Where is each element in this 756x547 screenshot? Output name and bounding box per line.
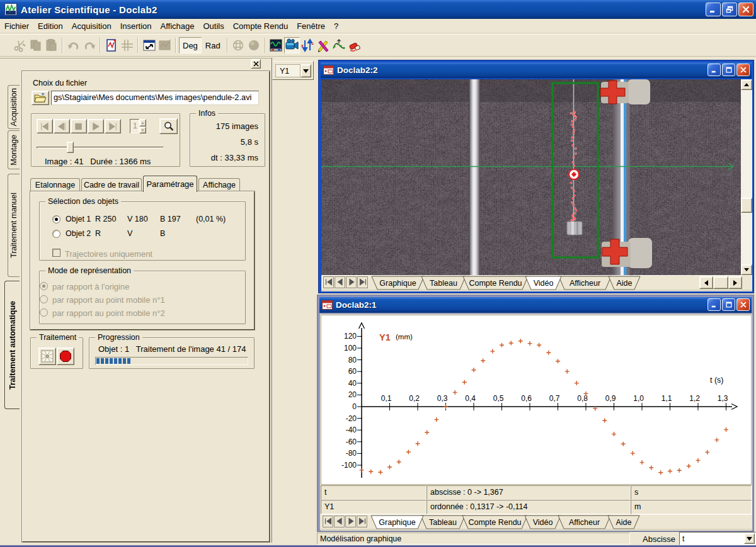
tab-first-button[interactable] [323,516,333,527]
curve-selector-dropdown-button[interactable] [301,64,311,77]
tab-first-button[interactable] [323,276,334,288]
start-processing-button[interactable] [38,347,56,365]
param-tab-cadre-de-travail[interactable]: Cadre de travail [81,178,142,191]
video-window-titlebar[interactable]: Doclab2:2 [321,62,752,78]
video-close-button[interactable] [736,64,750,76]
tab-last-button[interactable] [357,516,367,527]
dock-close-button[interactable] [251,59,261,69]
menu-?[interactable]: ? [330,20,342,33]
slider-thumb[interactable] [67,142,74,153]
view-tab-afficheur[interactable]: Afficheur [558,516,610,529]
frame-spinner-value[interactable]: 1 [130,119,139,133]
toolbar-button-window-chart-icon[interactable] [157,37,173,54]
toolbar-button-rad[interactable]: Rad [202,37,224,54]
abscissa-combo[interactable]: t [679,532,756,545]
toolbar-button-deg[interactable]: Deg [179,37,202,54]
video-hscroll-right-button[interactable] [728,276,742,289]
toolbar-button-model-curve-icon[interactable] [331,37,347,54]
video-frame-view[interactable] [321,79,741,275]
toolbar-button-cut-icon[interactable] [12,37,28,54]
frame-slider[interactable] [37,141,164,154]
toolbar-button-swap-axes-icon[interactable]: x= [300,37,316,54]
view-tab-graphique[interactable]: Graphique [371,516,423,529]
menu-acquisition[interactable]: Acquisition [68,20,115,33]
mode-mobile1-radio[interactable] [40,295,48,303]
dock-tab-traitement-manuel[interactable]: Traitement manuel [8,174,20,277]
graph-minimize-button[interactable] [707,298,721,311]
menu-compte-rendu[interactable]: Compte Rendu [229,20,292,33]
view-tab-tableau[interactable]: Tableau [421,516,465,529]
stop-button[interactable] [71,119,87,133]
mode-origin-radio[interactable] [40,282,48,290]
frame-spinner[interactable]: 1 ▲ ▼ [130,119,145,133]
close-button[interactable] [738,3,753,16]
view-tab-graphique[interactable]: Graphique [372,276,424,290]
play-button[interactable] [88,119,104,133]
toolbar-button-pens-icon[interactable] [316,37,331,54]
dock-tab-montage[interactable]: Montage [8,130,20,169]
view-tab-aide[interactable]: Aide [608,516,639,529]
graph-maximize-button[interactable] [722,298,735,311]
menu-insertion[interactable]: Insertion [117,20,156,33]
minimize-button[interactable] [706,3,721,16]
video-vertical-scrollbar[interactable] [741,79,752,275]
toolbar-button-axes-grid-icon[interactable] [119,37,135,54]
view-tab-compte-rendu[interactable]: Compte Rendu [462,516,527,529]
dock-tab-traitement-automatique[interactable]: Traitement automatique [4,281,20,409]
video-scroll-up-button[interactable] [741,79,752,90]
tab-next-button[interactable] [346,276,357,288]
toolbar-button-oscilloscope-icon[interactable] [268,37,284,54]
toolbar-button-pattern-ball-icon[interactable] [231,37,246,54]
toolbar-button-report-icon[interactable] [103,37,119,54]
video-hscroll-thumb[interactable] [713,276,728,289]
toolbar-button-sphere-icon[interactable] [246,37,262,54]
toolbar-button-copy-icon[interactable] [28,37,43,54]
spinner-down-button[interactable]: ▼ [139,127,146,133]
chart-plot-area[interactable]: 120100806040200-20-40-60-80-1000,10,20,3… [321,315,752,485]
view-tab-tableau[interactable]: Tableau [421,276,466,290]
video-scroll-thumb[interactable] [741,198,752,213]
view-tab-compte-rendu[interactable]: Compte Rendu [463,276,528,290]
toolbar-button-redo-icon[interactable] [81,37,97,54]
view-tab-vid-o[interactable]: Vidéo [525,276,561,290]
dock-tab-acquisition[interactable]: Acquisition [8,85,20,129]
video-hscroll-left-button[interactable] [699,276,713,289]
zoom-button[interactable] [159,118,178,134]
curve-selector-combo[interactable]: Y1 [272,61,314,80]
param-tab-etalonnage[interactable]: Etalonnage [30,178,80,191]
video-scroll-down-button[interactable] [741,264,752,275]
dock-splitter[interactable] [272,58,273,543]
menu-edition[interactable]: Edition [34,20,67,33]
toolbar-button-undo-icon[interactable] [66,37,81,54]
menu-fen-tre[interactable]: Fenêtre [293,20,329,33]
trajectories-checkbox[interactable] [52,249,60,257]
graph-window-titlebar[interactable]: Doclab2:1 [319,297,752,313]
tab-prev-button[interactable] [335,276,345,288]
menu-outils[interactable]: Outils [199,20,227,33]
toolbar-button-paste-icon[interactable] [43,37,59,54]
abscissa-dropdown-button[interactable] [744,533,755,544]
view-tab-aide[interactable]: Aide [609,276,640,290]
menu-fichier[interactable]: Fichier [1,20,33,33]
object-1-radio[interactable] [52,215,60,223]
step-forward-button[interactable] [105,119,121,133]
graph-close-button[interactable] [736,298,750,311]
menu-affichage[interactable]: Affichage [157,20,198,33]
object-2-radio[interactable] [52,230,60,238]
open-file-button[interactable] [32,91,49,105]
video-minimize-button[interactable] [707,64,721,76]
spinner-up-button[interactable]: ▲ [139,119,146,127]
tab-prev-button[interactable] [334,516,345,527]
param-tab-affichage[interactable]: Affichage [198,178,240,191]
toolbar-button-eraser-icon[interactable] [347,37,363,54]
stop-processing-button[interactable] [57,347,74,365]
toolbar-button-window-zoom-icon[interactable] [141,37,157,54]
mode-mobile2-radio[interactable] [40,308,48,317]
restore-button[interactable] [722,3,737,16]
tab-next-button[interactable] [345,516,356,527]
view-tab-vid-o[interactable]: Vidéo [525,516,561,529]
toolbar-button-camera-icon[interactable] [284,37,300,54]
previous-frame-button[interactable] [54,119,70,133]
param-tab-param-trage[interactable]: Paramétrage [143,176,197,192]
file-path-input[interactable]: gs\Stagiaire\Mes documents\Mes images\pe… [51,91,259,105]
